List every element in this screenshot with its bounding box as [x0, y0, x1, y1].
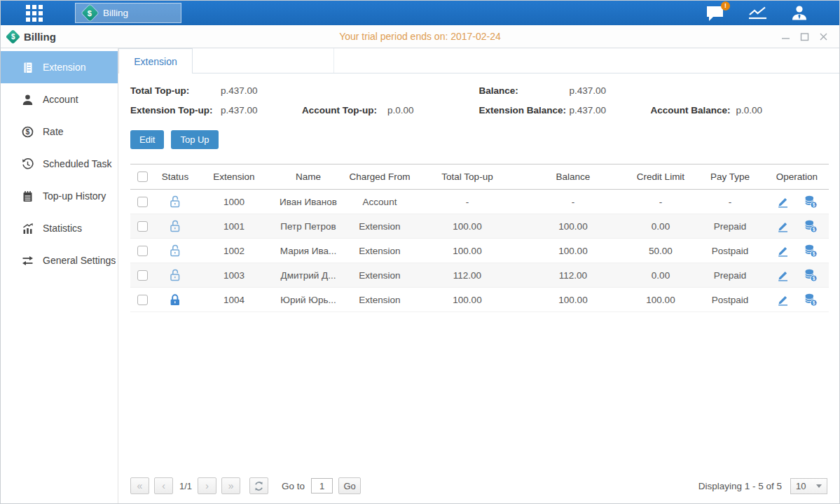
edit-button[interactable]: Edit — [130, 130, 164, 149]
charged-from-cell: Extension — [345, 214, 415, 239]
pay-type-cell: Prepaid — [695, 263, 765, 288]
last-page-button[interactable]: » — [221, 477, 240, 494]
credit-limit-cell: 100.00 — [626, 288, 695, 312]
goto-page-input[interactable] — [311, 478, 333, 493]
window-controls — [781, 32, 828, 41]
pay-type-cell: Prepaid — [695, 214, 765, 239]
svg-text:$: $ — [813, 202, 815, 208]
status-lock-toggle[interactable] — [168, 293, 182, 307]
sidebar-item-general-settings[interactable]: General Settings — [1, 244, 118, 276]
status-lock-toggle[interactable] — [168, 219, 182, 233]
select-all-checkbox[interactable] — [137, 172, 148, 182]
edit-row-button[interactable] — [776, 220, 789, 232]
table-row[interactable]: 1000 Иван Иванов Account - - - - — [130, 190, 829, 214]
col-balance: Balance — [520, 164, 626, 190]
coins-topup-icon: $ — [804, 195, 818, 209]
trial-notice: Your trial period ends on: 2017-02-24 — [1, 31, 839, 42]
row-checkbox[interactable] — [137, 270, 148, 281]
clock-history-icon — [22, 158, 34, 170]
row-checkbox[interactable] — [137, 246, 148, 256]
coins-topup-icon: $ — [804, 244, 818, 258]
statistics-monitor-icon[interactable] — [748, 5, 768, 22]
edit-row-button[interactable] — [776, 244, 789, 257]
edit-row-button[interactable] — [776, 269, 789, 281]
top-up-button[interactable]: Top Up — [171, 130, 218, 149]
pencil-icon — [776, 293, 789, 306]
charged-from-cell: Extension — [345, 239, 415, 263]
notification-badge: ! — [721, 1, 730, 10]
topbar-right-icons: ! — [705, 4, 808, 22]
account-balance-label: Account Balance: — [651, 105, 736, 115]
topup-row-button[interactable]: $ — [804, 195, 818, 209]
go-button[interactable]: Go — [338, 477, 361, 494]
topup-row-button[interactable]: $ — [804, 268, 818, 282]
lock-open-icon — [168, 268, 182, 282]
topup-row-button[interactable]: $ — [804, 219, 818, 233]
balance-cell: 100.00 — [520, 214, 626, 239]
pencil-icon — [776, 244, 789, 257]
sidebar-item-label: Statistics — [43, 223, 82, 234]
balance-cell: 100.00 — [520, 288, 626, 312]
edit-row-button[interactable] — [776, 293, 789, 306]
status-lock-toggle[interactable] — [168, 195, 182, 209]
sidebar-item-extension[interactable]: Extension — [1, 51, 118, 83]
pencil-icon — [776, 220, 789, 232]
svg-text:$: $ — [813, 276, 815, 281]
displaying-text: Displaying 1 - 5 of 5 — [698, 481, 782, 491]
sidebar-item-topup-history[interactable]: Top-up History — [1, 180, 118, 212]
row-checkbox[interactable] — [137, 295, 148, 305]
table-row[interactable]: 1004 Юрий Юрь... Extension 100.00 100.00… — [130, 288, 829, 312]
name-cell: Мария Ива... — [272, 239, 345, 263]
messages-icon[interactable]: ! — [705, 5, 725, 22]
credit-limit-cell: 50.00 — [626, 239, 695, 263]
close-icon[interactable] — [819, 32, 828, 41]
col-name: Name — [272, 164, 345, 190]
refresh-button[interactable] — [249, 477, 268, 494]
prev-page-button[interactable]: ‹ — [154, 477, 173, 494]
ledger-icon — [22, 62, 34, 74]
minimize-icon[interactable] — [781, 32, 790, 41]
topup-row-button[interactable]: $ — [804, 244, 818, 258]
table-header-row: Status Extension Name Charged From Total… — [130, 164, 829, 190]
maximize-icon[interactable] — [800, 32, 809, 41]
coins-topup-icon: $ — [804, 293, 818, 307]
next-page-button[interactable]: › — [198, 477, 216, 494]
extension-table: Status Extension Name Charged From Total… — [130, 164, 829, 312]
lock-open-icon — [168, 195, 182, 209]
topbar-billing-tab[interactable]: $ Billing — [75, 3, 181, 23]
page-size-select[interactable]: 10 — [790, 478, 827, 494]
status-lock-toggle[interactable] — [168, 244, 182, 258]
user-account-icon[interactable] — [790, 4, 808, 22]
extension-cell: 1001 — [196, 214, 272, 239]
billing-diamond-icon: $ — [6, 29, 20, 43]
first-page-button[interactable]: « — [130, 477, 149, 494]
col-pay-type: Pay Type — [695, 164, 765, 190]
extension-topup-label: Extension Top-up: — [130, 105, 221, 115]
row-checkbox[interactable] — [137, 197, 148, 207]
row-checkbox[interactable] — [137, 221, 148, 232]
table-row[interactable]: 1001 Петр Петров Extension 100.00 100.00… — [130, 214, 829, 239]
sidebar-item-label: Rate — [43, 126, 64, 137]
table-row[interactable]: 1003 Дмитрий Д... Extension 112.00 112.0… — [130, 263, 829, 288]
extension-balance-label: Extension Balance: — [479, 105, 570, 115]
sidebar-item-scheduled-task[interactable]: Scheduled Task — [1, 148, 118, 180]
svg-text:$: $ — [813, 227, 815, 232]
sidebar-item-account[interactable]: Account — [1, 83, 118, 115]
edit-row-button[interactable] — [776, 195, 789, 208]
table-row[interactable]: 1002 Мария Ива... Extension 100.00 100.0… — [130, 239, 829, 263]
status-lock-toggle[interactable] — [168, 268, 182, 282]
titlebar: $ Billing Your trial period ends on: 201… — [1, 25, 839, 48]
app-grid-icon[interactable] — [26, 5, 44, 22]
credit-limit-cell: 0.00 — [626, 214, 695, 239]
extension-table-body: 1000 Иван Иванов Account - - - - — [130, 190, 829, 312]
sidebar-item-rate[interactable]: $ Rate — [1, 115, 118, 148]
total-topup-cell: - — [415, 190, 520, 214]
balance-cell: 112.00 — [520, 263, 626, 288]
name-cell: Петр Петров — [272, 214, 345, 239]
credit-limit-cell: 0.00 — [626, 263, 695, 288]
coins-topup-icon: $ — [804, 219, 818, 233]
topup-row-button[interactable]: $ — [804, 293, 818, 307]
sidebar-item-statistics[interactable]: Statistics — [1, 212, 118, 244]
balance-cell: - — [520, 190, 626, 214]
tab-extension[interactable]: Extension — [118, 48, 193, 74]
